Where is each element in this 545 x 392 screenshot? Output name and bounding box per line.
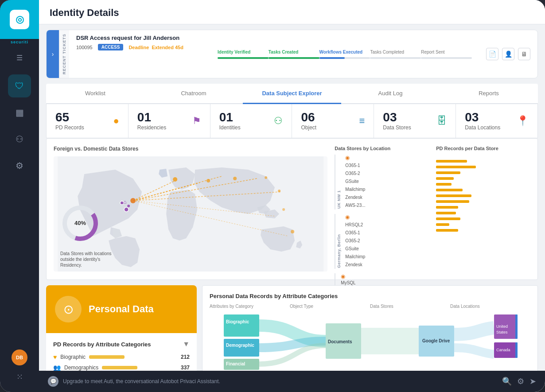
content-body: Foreign vs. Domestic Data Stores xyxy=(39,138,545,371)
step-label-tasks-created: Tasks Created xyxy=(269,50,299,54)
pd-bar-list xyxy=(436,160,530,233)
uk-stores-list: ◉ O365-1O365-2GSuiteMailchimpZendeskAWS-… xyxy=(345,155,429,210)
more-options-button[interactable]: ⁙ xyxy=(12,369,27,385)
sidebar-item-search[interactable]: ⚇ xyxy=(8,128,31,151)
sidebar-item-grid[interactable]: ▦ xyxy=(8,101,31,124)
data-locations-label: Data Locations xyxy=(465,124,500,131)
sankey-svg: Biographic Demographic Financial xyxy=(210,312,530,371)
pd-bar-item xyxy=(436,206,530,209)
recent-tickets-bar: › RECENT TICKETS DSR Access request for … xyxy=(46,30,538,78)
progress-track: Identity Verified Tasks Created Workflow… xyxy=(210,30,479,78)
pd-dropdown-icon[interactable]: ▼ xyxy=(183,340,190,348)
object-number: 06 xyxy=(301,111,316,124)
pd-bar-item xyxy=(436,223,530,226)
svg-rect-23 xyxy=(224,314,259,337)
germany-region-label: Germany, Berlin xyxy=(335,214,343,269)
ticket-deadline-value: Extended 45d xyxy=(152,45,183,50)
svg-text:States: States xyxy=(496,330,508,334)
svg-rect-38 xyxy=(515,314,518,339)
biographic-label: Biographic xyxy=(60,354,86,360)
ticket-id: 100095 xyxy=(76,45,93,50)
uk-store-names: O365-1O365-2GSuiteMailchimpZendeskAWS-23… xyxy=(345,162,429,210)
pd-bar-item xyxy=(436,171,530,174)
forward-bottom-icon[interactable]: ➤ xyxy=(529,376,536,386)
progress-step-tasks-completed: Tasks Completed xyxy=(370,50,421,59)
location-group-uk: UK NW 1 ◉ O365-1O365-2GSuiteMailchimpZen… xyxy=(335,155,429,210)
pd-bar-item xyxy=(436,212,530,214)
svg-text:Demographic: Demographic xyxy=(226,343,254,348)
svg-point-17 xyxy=(282,208,285,211)
tab-worklist[interactable]: Worklist xyxy=(46,84,144,104)
stat-object: 06 Object ≡ xyxy=(292,104,374,138)
logo-icon: ◎ xyxy=(16,14,24,25)
app-logo[interactable]: ◎ xyxy=(0,0,39,39)
sidebar-item-shield[interactable]: 🛡 xyxy=(8,74,31,97)
biographic-bar xyxy=(89,355,125,359)
data-stores-label: Data Stores xyxy=(383,124,411,131)
data-stores-location-title: Data Stores by Location xyxy=(335,146,429,151)
grid-icon: ▦ xyxy=(16,107,24,118)
tab-reports[interactable]: Reports xyxy=(440,84,538,104)
demographics-bar xyxy=(102,366,137,369)
pd-records-categories-title: PD Records by Attribute Categories ▼ xyxy=(53,340,190,348)
pd-bar-item xyxy=(436,160,530,163)
recent-tickets-label: RECENT TICKETS xyxy=(59,30,69,78)
svg-text:Canada: Canada xyxy=(496,348,510,352)
location-group-germany: Germany, Berlin ◉ HRSQL2O365-1O365-2GSui… xyxy=(335,214,429,269)
residencies-number: 01 xyxy=(137,111,166,124)
svg-text:Financial: Financial xyxy=(226,361,245,366)
svg-point-9 xyxy=(124,207,128,212)
filter-bottom-icon[interactable]: ⚙ xyxy=(517,376,524,386)
shield-icon: 🛡 xyxy=(15,81,24,91)
step-label-workflows: Workflows Executed xyxy=(319,50,363,54)
germany-pin-icon: ◉ xyxy=(345,214,350,220)
pd-bar-item xyxy=(436,200,530,203)
svg-text:Documents: Documents xyxy=(328,339,352,344)
tab-data-subject-explorer[interactable]: Data Subject Explorer xyxy=(243,84,341,104)
sankey-headers: Attributes by Category Object Type Data … xyxy=(210,304,530,309)
step-label-tasks-completed: Tasks Completed xyxy=(370,50,404,54)
pd-bar-item xyxy=(436,183,530,186)
progress-step-identity: Identity Verified xyxy=(218,50,269,59)
pd-card-header: ⊙ Personal Data xyxy=(46,285,197,333)
step-label-report: Report Sent xyxy=(421,50,444,54)
hamburger-menu-button[interactable]: ☰ xyxy=(0,48,39,67)
ticket-action-icons: 📄 👤 🖥 xyxy=(479,30,537,78)
identities-label: Identities xyxy=(219,124,241,131)
svg-text:Biographic: Biographic xyxy=(226,319,249,324)
svg-text:United: United xyxy=(496,324,508,329)
progress-step-workflows: Workflows Executed xyxy=(319,50,370,59)
svg-rect-39 xyxy=(515,342,518,358)
location-group-mysql: ◉ MySQL xyxy=(335,273,429,285)
svg-point-12 xyxy=(173,177,177,182)
pd-bar-item xyxy=(436,194,530,197)
uk-location-pin-row: ◉ xyxy=(345,155,429,161)
sankey-header-stores: Data Stores xyxy=(370,304,450,309)
sankey-chart: Biographic Demographic Financial xyxy=(210,312,530,370)
pd-records-number: 65 xyxy=(55,111,84,124)
search-bottom-icon[interactable]: 🔍 xyxy=(502,376,512,386)
sankey-header-locations: Data Locations xyxy=(450,304,530,309)
pd-bar-item xyxy=(436,217,530,220)
sidebar-item-settings[interactable]: ⚙ xyxy=(8,154,31,177)
tab-chatroom[interactable]: Chatroom xyxy=(144,84,243,104)
identities-number: 01 xyxy=(219,111,241,124)
user-avatar[interactable]: DB xyxy=(12,349,27,365)
ticket-type-badge: ACCESS xyxy=(98,44,124,50)
ticket-user-button[interactable]: 👤 xyxy=(502,48,514,60)
map-right: Data Stores by Location UK NW 1 ◉ xyxy=(335,146,530,272)
mysql-store-name: MySQL xyxy=(341,280,429,285)
svg-point-16 xyxy=(278,190,280,192)
uk-pin-icon: ◉ xyxy=(345,155,350,161)
tab-audit-log[interactable]: Audit Log xyxy=(341,84,440,104)
stats-row: 65 PD Records ● 01 Residencies ⚑ 01 Iden xyxy=(46,104,538,138)
ticket-doc-button[interactable]: 📄 xyxy=(486,48,498,60)
bottom-bar-left: 💬 Upgrade to meet Auti, the conversation… xyxy=(48,376,220,387)
sidebar-bottom: DB ⁙ xyxy=(12,349,27,392)
main-content: Identity Details › RECENT TICKETS DSR Ac… xyxy=(39,0,545,392)
ticket-screen-button[interactable]: 🖥 xyxy=(518,48,530,60)
mysql-region-label xyxy=(335,273,338,285)
svg-point-13 xyxy=(206,179,210,182)
tickets-expand-button[interactable]: › xyxy=(47,30,59,78)
sankey-card: Personal Data Records by Attribute Categ… xyxy=(202,285,538,371)
